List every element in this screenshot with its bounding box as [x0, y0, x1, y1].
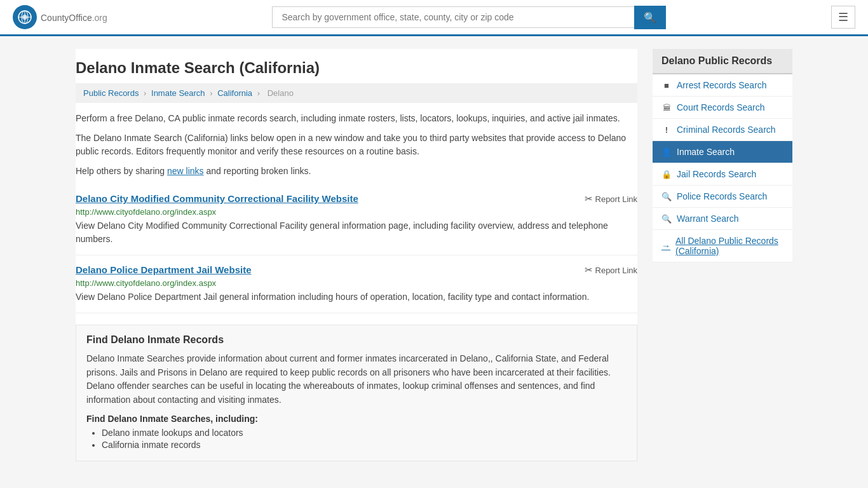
result-item-1: Delano City Modified Community Correctio…	[76, 184, 637, 255]
sidebar-all-records-link[interactable]: → All Delano Public Records (California)	[653, 230, 792, 262]
arrow-right-icon: →	[661, 241, 670, 251]
sidebar-label-criminal: Criminal Records Search	[677, 125, 776, 135]
sidebar-title: Delano Public Records	[653, 49, 792, 74]
result-item-2: Delano Police Department Jail Website ✂ …	[76, 255, 637, 313]
sidebar-item-jail-records[interactable]: 🔒 Jail Records Search	[653, 163, 792, 186]
sidebar: Delano Public Records ■ Arrest Records S…	[653, 49, 792, 461]
breadcrumb-public-records[interactable]: Public Records	[83, 88, 139, 98]
lock-icon: 🔒	[661, 170, 672, 179]
page-title: Delano Inmate Search (California)	[76, 49, 637, 83]
list-item: California inmate records	[102, 440, 627, 450]
sidebar-all-label: All Delano Public Records (California)	[675, 236, 783, 256]
court-icon: 🏛	[661, 103, 672, 112]
report-link-1[interactable]: ✂ Report Link	[585, 193, 637, 205]
search-circle-icon: 🔍	[661, 192, 672, 201]
report-link-2[interactable]: ✂ Report Link	[585, 264, 637, 276]
sidebar-label-warrant: Warrant Search	[677, 214, 739, 224]
breadcrumb-delano: Delano	[268, 88, 294, 98]
logo-area: CountyOffice.org	[13, 5, 107, 29]
logo-text[interactable]: CountyOffice.org	[41, 11, 107, 24]
result-url-2[interactable]: http://www.cityofdelano.org/index.aspx	[76, 278, 637, 288]
magnify-icon: 🔍	[661, 214, 672, 224]
sidebar-label-police: Police Records Search	[677, 191, 767, 201]
main-container: Delano Inmate Search (California) Public…	[65, 36, 803, 474]
sidebar-label-arrest: Arrest Records Search	[677, 80, 767, 90]
new-links-link[interactable]: new links	[167, 166, 204, 176]
person-icon: 👤	[661, 147, 672, 157]
list-item: Delano inmate lookups and locators	[102, 428, 627, 438]
breadcrumb: Public Records › Inmate Search › Califor…	[76, 83, 637, 103]
find-section-title: Find Delano Inmate Records	[86, 334, 627, 346]
sidebar-label-jail: Jail Records Search	[677, 169, 756, 179]
search-area: 🔍	[272, 6, 666, 29]
breadcrumb-inmate-search[interactable]: Inmate Search	[151, 88, 205, 98]
header: CountyOffice.org 🔍 ☰	[0, 0, 868, 36]
menu-button[interactable]: ☰	[831, 6, 855, 29]
result-title-2[interactable]: Delano Police Department Jail Website	[76, 264, 251, 275]
search-input[interactable]	[272, 6, 634, 28]
sidebar-label-inmate: Inmate Search	[677, 147, 735, 157]
sidebar-label-court: Court Records Search	[677, 102, 765, 112]
sidebar-item-police-records[interactable]: 🔍 Police Records Search	[653, 186, 792, 208]
sidebar-item-court-records[interactable]: 🏛 Court Records Search	[653, 97, 792, 119]
description-para2: The Delano Inmate Search (California) li…	[76, 132, 637, 158]
logo-icon	[13, 5, 37, 29]
search-button[interactable]: 🔍	[634, 6, 666, 29]
sidebar-item-warrant-search[interactable]: 🔍 Warrant Search	[653, 208, 792, 230]
sidebar-item-inmate-search[interactable]: 👤 Inmate Search	[653, 141, 792, 163]
content-area: Delano Inmate Search (California) Public…	[76, 49, 637, 461]
result-desc-2: View Delano Police Department Jail gener…	[76, 290, 637, 304]
find-section: Find Delano Inmate Records Delano Inmate…	[76, 325, 637, 461]
result-url-1[interactable]: http://www.cityofdelano.org/index.aspx	[76, 207, 637, 217]
find-section-body: Delano Inmate Searches provide informati…	[86, 352, 627, 407]
sidebar-item-arrest-records[interactable]: ■ Arrest Records Search	[653, 74, 792, 97]
breadcrumb-california[interactable]: California	[217, 88, 252, 98]
exclaim-icon: !	[661, 125, 672, 135]
find-section-subheading: Find Delano Inmate Searches, including:	[86, 414, 627, 424]
result-desc-1: View Delano City Modified Community Corr…	[76, 219, 637, 246]
square-icon: ■	[661, 81, 672, 90]
sidebar-item-criminal-records[interactable]: ! Criminal Records Search	[653, 119, 792, 141]
result-title-1[interactable]: Delano City Modified Community Correctio…	[76, 193, 358, 204]
description-para1: Perform a free Delano, CA public inmate …	[76, 112, 637, 125]
description-para3: Help others by sharing new links and rep…	[76, 165, 637, 178]
find-section-list: Delano inmate lookups and locators Calif…	[86, 428, 627, 450]
